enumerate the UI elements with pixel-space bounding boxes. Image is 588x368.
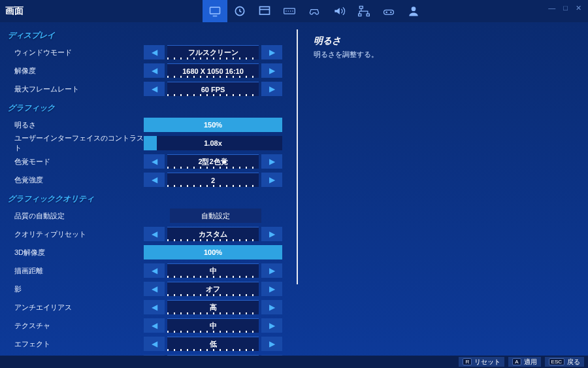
row-brightness[interactable]: 明るさ150%: [5, 116, 294, 133]
arrow-right-icon[interactable]: [261, 173, 282, 187]
svg-rect-3: [260, 7, 270, 14]
arrow-left-icon[interactable]: [144, 154, 165, 169]
window-controls: — □ ✕: [542, 0, 588, 16]
minimize-icon[interactable]: —: [548, 4, 555, 12]
settings-tabs: [203, 0, 426, 22]
svg-rect-0: [210, 7, 220, 14]
svg-rect-5: [284, 8, 295, 14]
tab-keyboard[interactable]: [277, 0, 302, 22]
settings-list: ディスプレイ ウィンドウモードフルスクリーン 解像度1680 X 1050 16…: [0, 22, 294, 356]
tab-video[interactable]: [203, 0, 227, 22]
row-antialias[interactable]: アンチエイリアス高: [5, 299, 294, 316]
svg-point-13: [385, 11, 387, 13]
titlebar: 画面 — □ ✕: [0, 0, 588, 22]
arrow-left-icon[interactable]: [144, 45, 165, 59]
tab-network[interactable]: [351, 0, 376, 22]
row-effect[interactable]: エフェクト低: [5, 335, 294, 352]
page-title: 画面: [5, 5, 24, 17]
detail-description: 明るさを調整する。: [314, 50, 575, 59]
svg-point-7: [288, 10, 289, 12]
section-quality: グラフィッククオリティ: [5, 190, 294, 206]
arrow-left-icon[interactable]: [144, 227, 165, 241]
tab-account[interactable]: [401, 0, 426, 22]
section-graphics: グラフィック: [5, 99, 294, 115]
arrow-right-icon[interactable]: [261, 45, 282, 59]
row-auto-set[interactable]: 品質の自動設定自動設定: [5, 207, 294, 224]
svg-point-15: [412, 7, 416, 11]
arrow-right-icon[interactable]: [261, 263, 282, 278]
back-button[interactable]: ESC戻る: [545, 357, 584, 367]
arrow-right-icon[interactable]: [261, 227, 282, 241]
row-texture[interactable]: テクスチャ中: [5, 317, 294, 334]
svg-rect-11: [359, 14, 361, 16]
section-display: ディスプレイ: [5, 26, 294, 42]
maximize-icon[interactable]: □: [563, 4, 568, 12]
row-max-fps[interactable]: 最大フレームレート60 FPS: [5, 80, 294, 97]
arrow-left-icon[interactable]: [144, 263, 165, 278]
arrow-right-icon[interactable]: [261, 318, 282, 333]
footer: Rリセット A適用 ESC戻る: [0, 356, 588, 368]
arrow-left-icon[interactable]: [144, 63, 165, 78]
row-preset[interactable]: クオリティプリセットカスタム: [5, 226, 294, 243]
svg-point-9: [292, 10, 293, 12]
tab-input[interactable]: [376, 0, 401, 22]
arrow-left-icon[interactable]: [144, 82, 165, 96]
row-cb-strength[interactable]: 色覚強度2: [5, 171, 294, 188]
row-window-mode[interactable]: ウィンドウモードフルスクリーン: [5, 44, 294, 61]
tab-game[interactable]: [227, 0, 252, 22]
row-view-distance[interactable]: 描画距離中: [5, 262, 294, 279]
contrast-slider[interactable]: 1.08x: [144, 136, 282, 150]
arrow-right-icon[interactable]: [261, 63, 282, 78]
arrow-left-icon[interactable]: [144, 300, 165, 314]
auto-set-button[interactable]: 自動設定: [170, 209, 261, 223]
row-3d-resolution[interactable]: 3D解像度100%: [5, 244, 294, 261]
tab-ui[interactable]: [252, 0, 277, 22]
row-resolution[interactable]: 解像度1680 X 1050 16:10: [5, 62, 294, 79]
row-ui-contrast[interactable]: ユーザーインターフェイスのコントラスト1.08x: [5, 135, 294, 152]
arrow-left-icon[interactable]: [144, 282, 165, 296]
reset-button[interactable]: Rリセット: [459, 357, 504, 367]
detail-panel: 明るさ 明るさを調整する。: [294, 22, 588, 356]
close-icon[interactable]: ✕: [576, 4, 581, 12]
svg-point-6: [286, 10, 287, 12]
svg-point-8: [290, 10, 291, 12]
arrow-right-icon[interactable]: [261, 337, 282, 351]
detail-title: 明るさ: [314, 35, 575, 47]
svg-point-14: [390, 11, 392, 13]
divider: [297, 29, 298, 284]
svg-rect-10: [359, 7, 363, 8]
arrow-right-icon[interactable]: [261, 282, 282, 296]
tab-controller[interactable]: [302, 0, 327, 22]
brightness-slider[interactable]: 150%: [144, 118, 282, 132]
row-shadow[interactable]: 影オフ: [5, 280, 294, 297]
arrow-left-icon[interactable]: [144, 173, 165, 187]
tab-audio[interactable]: [327, 0, 351, 22]
arrow-right-icon[interactable]: [261, 154, 282, 169]
svg-rect-12: [367, 14, 369, 16]
arrow-left-icon[interactable]: [144, 318, 165, 333]
row-cb-mode[interactable]: 色覚モード2型2色覚: [5, 153, 294, 170]
arrow-right-icon[interactable]: [261, 82, 282, 96]
apply-button[interactable]: A適用: [508, 357, 540, 367]
res3d-slider[interactable]: 100%: [144, 245, 282, 259]
arrow-left-icon[interactable]: [144, 337, 165, 351]
arrow-right-icon[interactable]: [261, 300, 282, 314]
